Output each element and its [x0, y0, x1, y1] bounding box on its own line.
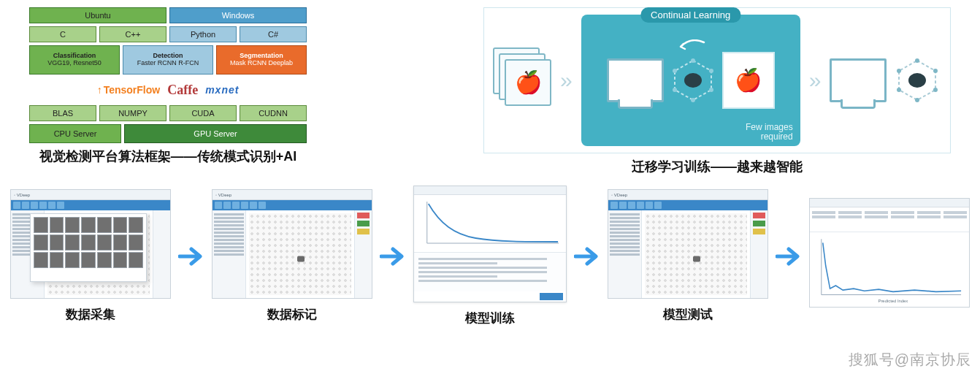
framework-row: TensorFlow Caffe mxnet — [29, 77, 307, 102]
watermark: 搜狐号@南京协辰 — [849, 350, 971, 370]
svg-point-10 — [933, 69, 938, 73]
framework-caffe: Caffe — [167, 83, 198, 98]
continual-learning-core: Continual Learning — [581, 15, 800, 146]
svg-point-15 — [908, 73, 926, 88]
pipeline-step-data-labeling: ◦ VDeep 数据标记 — [212, 189, 372, 323]
step-label: 数据标记 — [267, 306, 317, 323]
evaluation-chart: Predicted Index — [810, 232, 969, 307]
lib-numpy: NUMPY — [99, 105, 166, 121]
lib-blas: BLAS — [29, 105, 96, 121]
svg-point-9 — [915, 58, 919, 63]
step-label: 模型训练 — [465, 310, 515, 327]
architecture-diagram: Ubuntu Windows C C++ Python C# Classific… — [29, 7, 307, 175]
training-window — [413, 186, 567, 302]
lang-python: Python — [169, 26, 237, 42]
image-browser-dialog — [30, 213, 147, 282]
svg-point-14 — [897, 69, 901, 73]
apple-icon: 🍎 — [735, 69, 762, 91]
svg-point-2 — [709, 69, 713, 73]
lib-cuda: CUDA — [169, 105, 237, 121]
workflow-pipeline: ◦ VDeep 数据采集 ◦ VDeep — [0, 175, 980, 327]
svg-point-1 — [691, 58, 695, 63]
arrow-icon: » — [809, 68, 822, 93]
continual-learning-title: Continual Learning — [640, 7, 740, 23]
monitor-icon — [607, 58, 664, 102]
train-action-button[interactable] — [540, 293, 563, 300]
training-log — [414, 252, 566, 291]
pipeline-step-data-collection: ◦ VDeep 数据采集 — [10, 189, 171, 323]
pipeline-arrow-icon — [573, 246, 602, 267]
pipeline-arrow-icon — [378, 246, 407, 267]
task-detection: DetectionFaster RCNN R-FCN — [123, 45, 213, 75]
continual-learning-subtitle: Few imagesrequired — [746, 123, 793, 142]
lang-csharp: C# — [240, 26, 307, 42]
svg-point-7 — [684, 73, 702, 88]
svg-point-12 — [915, 98, 919, 102]
input-image-stack: 🍎 — [493, 47, 551, 113]
model-select-table — [810, 207, 969, 232]
brain-hex-icon — [671, 58, 715, 102]
lang-c: C — [29, 26, 96, 42]
pipeline-step-model-training: 模型训练 — [413, 186, 567, 327]
pipeline-arrow-icon — [774, 246, 803, 267]
continual-caption: 迁移学习训练——越来越智能 — [483, 158, 951, 175]
os-block-windows: Windows — [169, 7, 307, 23]
os-block-ubuntu: Ubuntu — [29, 7, 166, 23]
framework-mxnet: mxnet — [205, 84, 239, 96]
svg-point-13 — [897, 88, 901, 92]
svg-point-11 — [933, 88, 938, 92]
lang-cpp: C++ — [99, 26, 166, 42]
svg-point-5 — [673, 88, 677, 92]
feedback-arrow-icon — [676, 39, 705, 58]
evaluation-window: Predicted Index — [809, 198, 970, 308]
pipeline-step-evaluation: Predicted Index — [809, 198, 970, 315]
lib-cudnn: CUDNN — [240, 105, 307, 121]
svg-point-3 — [709, 88, 713, 92]
task-classification: ClassificationVGG19, Resnet50 — [29, 45, 120, 75]
training-loss-chart — [414, 195, 566, 252]
svg-point-6 — [673, 69, 677, 73]
pipeline-arrow-icon — [177, 246, 206, 267]
monitor-icon — [830, 58, 887, 102]
pipeline-step-model-testing: ◦ VDeep 模型测试 — [608, 189, 768, 323]
eval-xlabel: Predicted Index — [878, 298, 908, 302]
data-collection-screenshot: ◦ VDeep — [10, 189, 171, 299]
task-segmentation: SegmentationMask RCNN Deeplab — [216, 45, 307, 75]
step-label: 模型测试 — [663, 306, 713, 323]
svg-point-4 — [691, 98, 695, 102]
server-gpu: GPU Server — [124, 124, 307, 143]
continual-learning-panel: 🍎 » Continual Learning — [483, 7, 951, 175]
brain-hex-icon — [895, 58, 939, 102]
few-shot-image: 🍎 — [722, 52, 775, 109]
data-labeling-screenshot: ◦ VDeep — [212, 189, 372, 299]
arrow-icon: » — [560, 68, 573, 93]
step-label: 数据采集 — [66, 306, 115, 323]
architecture-caption: 视觉检测平台算法框架——传统模式识别+AI — [29, 148, 307, 165]
model-testing-screenshot: ◦ VDeep — [608, 189, 768, 299]
framework-tensorflow: TensorFlow — [97, 84, 161, 96]
server-cpu: CPU Server — [29, 124, 121, 143]
apple-icon: 🍎 — [515, 72, 542, 94]
